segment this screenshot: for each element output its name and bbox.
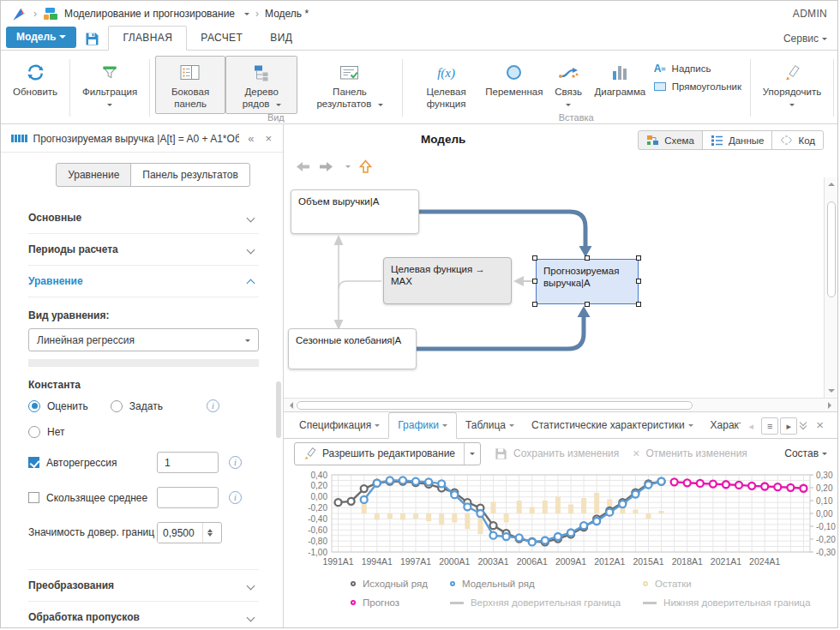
link-button[interactable]: Связь	[543, 56, 593, 114]
nav-forward-icon[interactable]	[319, 161, 333, 172]
tab-statistics[interactable]: Статистические характеристики	[523, 413, 702, 438]
selection-handle[interactable]	[585, 302, 590, 307]
legend-item[interactable]: Прогноз	[351, 597, 428, 608]
select-cursor-icon[interactable]	[359, 159, 372, 174]
node-objective[interactable]: Целевая функция → MAX	[383, 257, 512, 304]
node-forecast-selected[interactable]: Прогнозируемая выручка|А	[536, 259, 639, 304]
variable-button[interactable]: Переменная	[485, 56, 543, 102]
results-panel-button[interactable]: Панель результатов	[303, 56, 396, 114]
top-bar: › Моделирование и прогнозирование › Моде…	[1, 1, 837, 27]
autoregression-checkbox[interactable]: Авторегрессия	[28, 457, 157, 469]
view-code-button[interactable]: Код	[771, 130, 824, 150]
close-panel-icon[interactable]: ×	[262, 132, 274, 145]
scroll-left-icon[interactable]	[286, 402, 293, 409]
selection-handle[interactable]	[636, 302, 641, 307]
cancel-changes-button[interactable]: × Отменить изменения	[633, 447, 747, 460]
allow-editing-dropdown[interactable]	[464, 443, 480, 465]
vertical-scrollbar[interactable]	[824, 177, 837, 398]
legend-item[interactable]: Модельный ряд	[450, 579, 621, 589]
side-panel-toggle[interactable]: Боковая панель	[155, 56, 225, 114]
app-logo-icon[interactable]	[11, 6, 27, 22]
info-icon[interactable]: i	[207, 399, 219, 412]
series-tree-toggle[interactable]: Дерево рядов	[225, 56, 297, 114]
breadcrumb-module-caret-icon[interactable]	[244, 13, 249, 18]
section-transforms[interactable]: Преобразования	[28, 569, 259, 601]
view-schema-button[interactable]: Схема	[638, 130, 703, 150]
selection-handle[interactable]	[532, 255, 537, 261]
tab-specification[interactable]: Спецификация	[291, 413, 388, 438]
moving-average-input[interactable]	[157, 487, 219, 508]
breadcrumb-document[interactable]: Модель *	[265, 8, 309, 20]
scroll-down-icon[interactable]	[828, 389, 835, 396]
collapse-panel-icon[interactable]: «	[245, 132, 256, 145]
legend-item[interactable]: Верхняя доверительная граница	[450, 597, 621, 608]
filter-button[interactable]: Фильтрация	[75, 56, 144, 114]
tab-characteristics[interactable]: Характ	[702, 413, 741, 438]
legend-item[interactable]: Остатки	[643, 579, 811, 589]
scroll-up-icon[interactable]	[828, 179, 835, 186]
service-menu[interactable]: Сервис	[783, 33, 827, 45]
section-missing[interactable]: Обработка пропусков	[28, 601, 259, 627]
radio-none[interactable]: Нет	[28, 426, 64, 438]
confidence-input[interactable]	[158, 523, 202, 543]
radio-estimate[interactable]: Оценить	[28, 400, 88, 412]
diagram-button[interactable]: Диаграмма	[593, 56, 647, 102]
moving-average-label: Скользящее среднее	[46, 492, 147, 504]
ribbon-tab-calc[interactable]: РАСЧЕТ	[187, 27, 256, 50]
diagram-canvas[interactable]: Объем выручки|А Целевая функция → MAX Пр…	[284, 177, 824, 398]
selection-handle[interactable]	[636, 255, 641, 261]
info-icon[interactable]: i	[229, 456, 242, 469]
selection-handle[interactable]	[532, 279, 537, 284]
node-volume[interactable]: Объем выручки|А	[291, 189, 419, 234]
ribbon-tab-view[interactable]: ВИД	[256, 27, 306, 50]
user-name[interactable]: ADMIN	[793, 8, 827, 20]
section-equation[interactable]: Уравнение	[28, 265, 259, 297]
label-button[interactable]: A= Надпись	[654, 63, 741, 75]
objective-function-button[interactable]: f(x) Целевая функция	[408, 56, 485, 114]
horizontal-scrollbar[interactable]	[284, 398, 837, 411]
save-icon[interactable]	[85, 32, 99, 46]
section-periods[interactable]: Периоды расчета	[28, 233, 259, 265]
arrange-button[interactable]: Упорядочить	[756, 56, 828, 114]
info-icon[interactable]: i	[229, 491, 242, 504]
selection-handle[interactable]	[532, 302, 537, 307]
equation-kind-select[interactable]: Линейная регрессия	[28, 328, 259, 351]
svg-text:2006A1: 2006A1	[517, 556, 548, 567]
stepper-arrows[interactable]	[202, 523, 217, 543]
tabs-menu-button[interactable]: ≡	[761, 417, 778, 435]
legend-item[interactable]: Нижняя доверительная граница	[643, 597, 811, 608]
tab-charts[interactable]: Графики	[388, 412, 457, 439]
chevron-down-icon	[789, 104, 795, 109]
save-changes-button[interactable]: Сохранить изменения	[495, 447, 619, 460]
tab-table[interactable]: Таблица	[457, 413, 523, 438]
section-basic[interactable]: Основные	[28, 202, 259, 233]
autoregression-input[interactable]	[157, 452, 219, 473]
legend-item[interactable]: Исходный ряд	[351, 579, 428, 589]
allow-editing-button[interactable]: Разрешить редактирование	[294, 442, 481, 465]
selection-handle[interactable]	[636, 279, 641, 284]
view-data-button[interactable]: Данные	[702, 130, 773, 150]
selection-handle[interactable]	[585, 255, 590, 261]
refresh-button[interactable]: Обновить	[6, 56, 64, 102]
tab-results-panel[interactable]: Панель результатов	[130, 163, 249, 187]
scroll-right-icon[interactable]	[828, 402, 835, 409]
radio-set[interactable]: Задать	[111, 400, 163, 412]
file-menu-button[interactable]: Модель	[6, 27, 76, 48]
tab-equation[interactable]: Уравнение	[56, 163, 131, 187]
node-seasonal[interactable]: Сезонные колебания|А	[288, 328, 417, 369]
nav-back-icon[interactable]	[296, 161, 310, 172]
nav-history-caret-icon[interactable]	[345, 165, 351, 171]
moving-average-checkbox[interactable]: Скользящее среднее	[28, 492, 157, 504]
rectangle-button[interactable]: Прямоугольник	[654, 81, 741, 92]
close-panel-icon[interactable]: ×	[816, 418, 824, 431]
tabs-scroll-left-button[interactable]: ◂	[742, 417, 759, 435]
composition-button[interactable]: Состав	[784, 447, 827, 459]
ribbon-tab-main[interactable]: ГЛАВНАЯ	[108, 26, 187, 51]
scrollbar-thumb[interactable]	[297, 401, 693, 410]
tabs-scroll-right-button[interactable]: ▸	[780, 417, 797, 435]
breadcrumb-module[interactable]: Моделирование и прогнозирование	[64, 8, 235, 20]
scrollbar-thumb[interactable]	[827, 201, 836, 297]
collapse-panel-icon[interactable]	[801, 422, 806, 429]
confidence-stepper[interactable]	[157, 522, 222, 543]
panel-scrollbar-thumb[interactable]	[276, 381, 281, 438]
